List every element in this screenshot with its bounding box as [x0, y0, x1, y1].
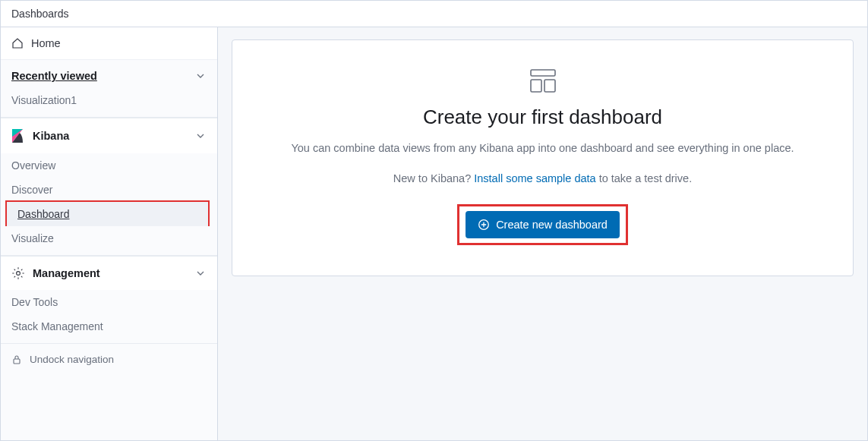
- sidebar-item-overview[interactable]: Overview: [1, 153, 217, 178]
- empty-state-description: You can combine data views from any Kiba…: [252, 140, 833, 157]
- recently-viewed-header[interactable]: Recently viewed: [1, 60, 217, 88]
- management-header[interactable]: Management: [1, 256, 217, 290]
- undock-label: Undock navigation: [30, 354, 114, 365]
- prompt-suffix: to take a test drive.: [596, 172, 693, 184]
- app-frame: Dashboards Home Recently viewed V: [0, 0, 868, 441]
- create-button-label: Create new dashboard: [496, 219, 608, 231]
- sidebar-item-visualize[interactable]: Visualize: [1, 226, 217, 250]
- empty-state-heading: Create your first dashboard: [252, 106, 833, 129]
- chevron-down-icon: [194, 130, 207, 142]
- sidebar-item-devtools[interactable]: Dev Tools: [1, 290, 217, 314]
- empty-state-prompt: New to Kibana? Install some sample data …: [252, 172, 833, 184]
- svg-point-2: [17, 272, 21, 276]
- sidebar-nav: Home Recently viewed Visualization1: [1, 27, 218, 440]
- sidebar-item-stack-management[interactable]: Stack Management: [1, 314, 217, 339]
- kibana-header[interactable]: Kibana: [1, 118, 217, 153]
- undock-navigation[interactable]: Undock navigation: [1, 344, 217, 375]
- recently-viewed-title: Recently viewed: [11, 70, 97, 82]
- main-content: Create your first dashboard You can comb…: [218, 27, 867, 440]
- kibana-title: Kibana: [33, 130, 69, 142]
- create-dashboard-button[interactable]: Create new dashboard: [466, 211, 620, 238]
- body: Home Recently viewed Visualization1: [1, 27, 867, 440]
- chevron-down-icon: [194, 70, 207, 82]
- sidebar-home[interactable]: Home: [1, 27, 217, 60]
- svg-rect-4: [531, 70, 555, 76]
- highlight-dashboard: Dashboard: [5, 200, 210, 228]
- svg-rect-5: [531, 80, 541, 92]
- management-group: Management Dev Tools Stack Management: [1, 256, 217, 344]
- sidebar-item-dashboard[interactable]: Dashboard: [7, 202, 208, 226]
- home-label: Home: [31, 37, 61, 49]
- prompt-prefix: New to Kibana?: [393, 172, 474, 184]
- highlight-create-button: Create new dashboard: [457, 204, 628, 245]
- svg-rect-6: [544, 80, 555, 92]
- gear-icon: [11, 266, 25, 280]
- breadcrumb[interactable]: Dashboards: [11, 8, 69, 20]
- lock-icon: [11, 354, 22, 365]
- recently-viewed-group: Recently viewed Visualization1: [1, 60, 217, 118]
- home-icon: [11, 37, 24, 49]
- chevron-down-icon: [194, 267, 207, 279]
- kibana-group: Kibana Overview Discover Dashboard Visua…: [1, 118, 217, 256]
- svg-rect-3: [14, 359, 20, 364]
- empty-state-card: Create your first dashboard You can comb…: [232, 39, 854, 276]
- kibana-logo-icon: [11, 128, 25, 143]
- plus-circle-icon: [478, 219, 490, 231]
- recently-viewed-item[interactable]: Visualization1: [1, 88, 217, 112]
- breadcrumb-bar: Dashboards: [1, 1, 867, 27]
- sidebar-item-discover[interactable]: Discover: [1, 178, 217, 202]
- sample-data-link[interactable]: Install some sample data: [474, 172, 595, 184]
- management-title: Management: [33, 267, 100, 279]
- dashboard-empty-icon: [252, 68, 833, 95]
